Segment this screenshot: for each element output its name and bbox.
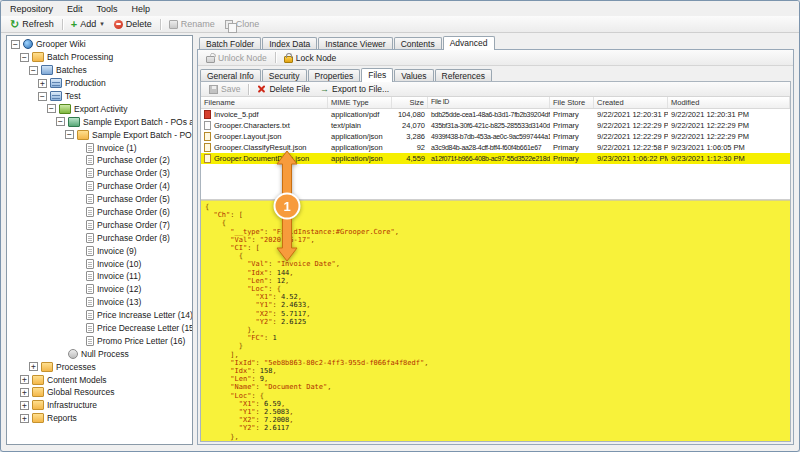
tab-contents[interactable]: Contents [394,37,442,49]
table-row-grooper-layout-json[interactable]: Grooper.Layout.jsonapplication/json3,286… [201,131,790,142]
expand-icon[interactable]: + [38,79,47,88]
clone-button[interactable]: Clone [220,18,265,30]
expand-icon[interactable]: + [20,401,29,410]
cell-size: 24,070 [392,121,428,130]
tree-item-price-decrease-letter-15[interactable]: Price Decrease Letter (15) [7,322,192,335]
tree-item-invoice-12[interactable]: Invoice (12) [7,283,192,296]
tree-item-production[interactable]: +Production [7,77,192,90]
column-header-file-store[interactable]: File Store [550,97,594,108]
tree-item-label: Price Increase Letter (14) [97,310,193,320]
refresh-button[interactable]: ↻ Refresh [5,18,59,30]
collapse-icon[interactable]: − [29,66,38,75]
advanced-tab-content: Unlock Node Lock Node General InfoSecuri… [197,49,794,445]
tree-item-purchase-order-2[interactable]: Purchase Order (2) [7,154,192,167]
tree-item-infrastructure[interactable]: +Infrastructure [7,399,192,412]
expand-icon[interactable]: + [20,375,29,384]
tree-item-label: Sample Export Batch - POs and I... [92,130,193,140]
column-header-size[interactable]: Size [392,97,428,108]
tree-item-price-increase-letter-14[interactable]: Price Increase Letter (14) [7,309,192,322]
tree-item-batch-processing[interactable]: −Batch Processing [7,51,192,64]
expand-icon[interactable]: + [20,414,29,423]
subtab-values[interactable]: Values [394,69,433,81]
doc-icon [86,181,94,191]
tree-item-purchase-order-7[interactable]: Purchase Order (7) [7,218,192,231]
tree-item-processes[interactable]: +Processes [7,360,192,373]
collapse-icon[interactable]: − [11,40,20,49]
tree-item-content-models[interactable]: +Content Models [7,373,192,386]
save-button[interactable]: Save [204,83,245,95]
tab-instance-viewer[interactable]: Instance Viewer [318,37,392,49]
tree-item-sample-export-batch-pos-and-i[interactable]: −Sample Export Batch - POs and I... [7,128,192,141]
menu-repository[interactable]: Repository [3,3,60,15]
tree-item-purchase-order-6[interactable]: Purchase Order (6) [7,206,192,219]
tree-item-batches[interactable]: −Batches [7,64,192,77]
doc-icon [86,168,94,178]
tree-item-null-process[interactable]: Null Process [7,347,192,360]
tab-advanced[interactable]: Advanced [443,36,495,50]
tab-index-data[interactable]: Index Data [262,37,317,49]
tree-item-label: Null Process [81,349,129,359]
collapse-icon[interactable]: − [56,117,65,126]
txt-file-icon [204,121,211,130]
tab-batch-folder[interactable]: Batch Folder [199,37,261,49]
subtab-properties[interactable]: Properties [308,69,361,81]
tree-item-label: Batch Processing [47,52,113,62]
tree-item-label: Purchase Order (6) [97,207,170,217]
tree-item-export-activity[interactable]: −Export Activity [7,102,192,115]
tree-item-sample-export-batch-pos-and-invoic[interactable]: −Sample Export Batch - POs and Invoic... [7,115,192,128]
expand-icon[interactable]: + [29,362,38,371]
tree-item-purchase-order-3[interactable]: Purchase Order (3) [7,167,192,180]
tree-item-label: Content Models [47,375,107,385]
collapse-icon[interactable]: − [20,53,29,62]
tree-item-invoice-9[interactable]: Invoice (9) [7,244,192,257]
add-button[interactable]: + Add ▾ [66,18,109,30]
column-header-file-id[interactable]: File ID [428,97,550,108]
tree-item-invoice-1[interactable]: Invoice (1) [7,141,192,154]
cell-filename: Grooper.DocumentData.json [201,154,328,163]
tree-item-reports[interactable]: +Reports [7,412,192,425]
tree-item-purchase-order-8[interactable]: Purchase Order (8) [7,231,192,244]
json-viewer[interactable]: { "Ch": [ { "__type": "FieldInstance:#Gr… [201,200,790,441]
subtab-files[interactable]: Files [361,68,393,82]
subtab-security[interactable]: Security [262,69,307,81]
tree-item-grooper-wiki[interactable]: −Grooper Wiki [7,38,192,51]
tree-item-global-resources[interactable]: +Global Resources [7,386,192,399]
export-to-file-button[interactable]: → Export to File... [315,83,394,95]
tree-item-purchase-order-5[interactable]: Purchase Order (5) [7,193,192,206]
delete-button[interactable]: Delete [109,18,157,30]
rename-button[interactable]: Rename [164,18,220,30]
column-header-modified[interactable]: Modified [668,97,790,108]
collapse-icon[interactable]: − [38,92,47,101]
column-header-filename[interactable]: Filename [201,97,328,108]
menu-help[interactable]: Help [125,3,158,15]
tree-item-label: Invoice (11) [97,271,141,281]
subtab-references[interactable]: References [435,69,492,81]
menu-tools[interactable]: Tools [90,3,125,15]
folder-icon [41,362,53,372]
column-header-mime-type[interactable]: MIME Type [328,97,392,108]
table-row-invoice-5-pdf[interactable]: Invoice_5.pdfapplication/pdf104,080bdb25… [201,109,790,120]
main-tabs: Batch FolderIndex DataInstance ViewerCon… [197,35,794,49]
tree-item-invoice-13[interactable]: Invoice (13) [7,296,192,309]
sub-tabs: General InfoSecurityPropertiesFilesValue… [198,67,793,81]
subtab-general-info[interactable]: General Info [200,69,261,81]
table-row-grooper-characters-txt[interactable]: Grooper.Characters.txttext/plain24,07043… [201,120,790,131]
tree-item-invoice-10[interactable]: Invoice (10) [7,257,192,270]
menu-edit[interactable]: Edit [60,3,90,15]
tree-item-label: Purchase Order (7) [97,220,170,230]
table-row-grooper-documentdata-json[interactable]: Grooper.DocumentData.jsonapplication/jso… [201,153,790,164]
column-header-created[interactable]: Created [594,97,668,108]
collapse-icon[interactable]: − [65,130,74,139]
tree-item-promo-price-letter-16[interactable]: Promo Price Letter (16) [7,334,192,347]
delete-file-button[interactable]: Delete File [252,83,315,95]
expand-icon[interactable]: + [20,388,29,397]
tree-item-test[interactable]: −Test [7,90,192,103]
toolbar-separator [160,19,161,30]
cell-created: 9/22/2021 12:22:29 PM [594,132,668,141]
tree-item-purchase-order-4[interactable]: Purchase Order (4) [7,180,192,193]
tree-item-invoice-11[interactable]: Invoice (11) [7,270,192,283]
table-row-grooper-classifyresult-json[interactable]: Grooper.ClassifyResult.jsonapplication/j… [201,142,790,153]
unlock-node-button[interactable]: Unlock Node [201,52,272,64]
collapse-icon[interactable]: − [47,104,56,113]
lock-node-button[interactable]: Lock Node [279,52,342,64]
